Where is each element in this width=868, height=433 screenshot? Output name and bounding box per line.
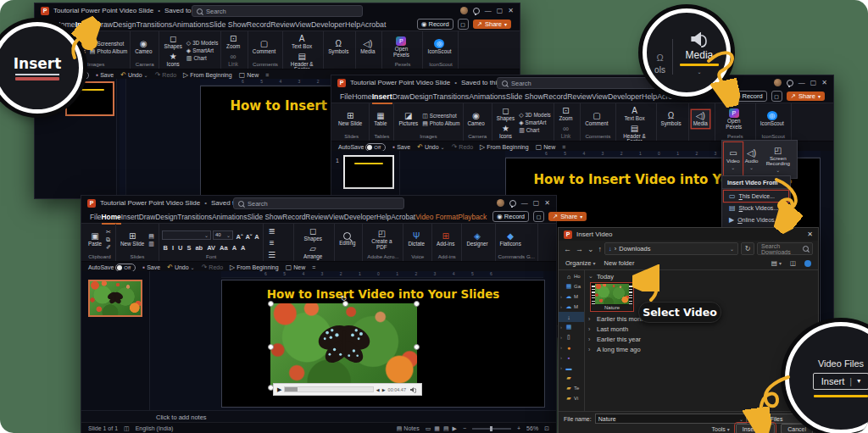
ribbon-button[interactable]: ◁)Media	[692, 110, 709, 128]
menu-tab[interactable]: Animations	[172, 19, 209, 32]
dialog-search-input[interactable]: Search Downloads	[757, 242, 813, 255]
ribbon-button[interactable]: ▣Paste	[86, 230, 103, 248]
ribbon-button[interactable]: ▦Table	[372, 110, 388, 128]
record-button[interactable]: ◉Record	[731, 91, 767, 102]
slide-canvas[interactable]: How to Insert Video into Your Slides ↻	[221, 280, 545, 408]
menu-tab[interactable]: File	[90, 212, 102, 225]
search-input[interactable]: Search	[233, 197, 404, 209]
play-button[interactable]: ▶	[277, 386, 281, 393]
menu-tab[interactable]: Playback	[458, 212, 487, 225]
search-input[interactable]: Search	[497, 77, 668, 89]
undo-button[interactable]: ↶Undo⌄	[167, 264, 194, 271]
ribbon-button[interactable]: ΩSymbols	[326, 38, 350, 56]
video-object[interactable]: ↻	[270, 303, 417, 388]
font-size-select[interactable]: 40⌄	[213, 230, 233, 240]
menu-item[interactable]: ▭This Device...	[724, 191, 788, 202]
save-button[interactable]: ▪Save	[392, 143, 410, 151]
menu-tab[interactable]: Review	[567, 92, 592, 104]
from-beginning-button[interactable]: ▷From Beginning	[230, 264, 279, 271]
view-mode-button[interactable]: ▤ ▾	[771, 259, 782, 267]
format-button[interactable]: ab	[194, 244, 204, 252]
insert-button[interactable]: Insert|▾	[736, 424, 775, 433]
font-size-button[interactable]: Aˆ	[235, 233, 244, 241]
minimize-button[interactable]: —	[798, 79, 805, 86]
format-button[interactable]: Aa	[219, 244, 230, 252]
lightbulb-icon[interactable]	[473, 8, 480, 14]
menu-tab[interactable]: File	[340, 92, 352, 104]
group-header[interactable]: ›A long time ago	[588, 344, 815, 354]
ribbon-button[interactable]: ◁)Media	[359, 38, 376, 56]
move-forward-button[interactable]: ▶	[382, 387, 386, 392]
menu-item[interactable]: ▶Online Videos...	[724, 214, 788, 225]
menu-tab[interactable]: Record	[247, 19, 270, 32]
menu-tab[interactable]: Record	[282, 212, 305, 225]
qat-customize[interactable]: =	[562, 144, 565, 150]
format-button[interactable]: I	[170, 244, 175, 252]
ribbon-button[interactable]: ∞Link	[224, 51, 242, 69]
menu-tab[interactable]: Developer	[344, 212, 376, 225]
menu-tab[interactable]: Review	[305, 212, 328, 225]
video-file-nature[interactable]: Nature	[590, 282, 634, 312]
ribbon-button[interactable]: AText Box	[286, 33, 318, 51]
redo-button[interactable]: ↷Redo	[155, 71, 176, 79]
ribbon-button[interactable]: ☰	[266, 249, 277, 261]
slide-thumbnail[interactable]	[88, 280, 142, 317]
maximize-button[interactable]: ▢	[533, 199, 540, 207]
ribbon-small-button[interactable]: ◫Screenshot	[90, 40, 127, 47]
menu-tab[interactable]: Transitions	[177, 212, 212, 225]
ribbon-button[interactable]: ⊞New Slide	[337, 110, 364, 128]
comments-toggle[interactable]: ▢	[533, 211, 544, 222]
cancel-button[interactable]: Cancel	[781, 424, 813, 433]
menu-tab[interactable]: Insert	[121, 212, 139, 225]
menu-tab[interactable]: View	[295, 19, 311, 32]
resize-handle[interactable]	[414, 344, 420, 350]
comments-toggle[interactable]: ▢	[458, 19, 469, 30]
sidebar-item[interactable]: ›▪	[559, 353, 584, 363]
menu-tab[interactable]: Video Format	[415, 212, 458, 225]
ribbon-button[interactable]: ⊡Zoom	[224, 33, 242, 51]
ribbon-button[interactable]: ◉Cameo	[466, 110, 487, 128]
media-dropdown-item[interactable]: ◰Screen Recording⌄	[761, 142, 795, 176]
menu-tab[interactable]: Acrobat	[391, 212, 415, 225]
zoom-level[interactable]: 56%	[526, 425, 538, 431]
tools-menu[interactable]: Tools ▾	[712, 426, 730, 432]
preview-pane-button[interactable]: ◫	[790, 259, 796, 267]
ribbon-button[interactable]: ▢Comment	[583, 110, 609, 128]
ribbon-button[interactable]: ◉Cameo	[133, 38, 153, 56]
ribbon-button[interactable]: ▤Header & Footer	[286, 51, 318, 69]
help-icon[interactable]	[804, 260, 811, 267]
redo-button[interactable]: ↷Redo	[202, 264, 223, 271]
avatar[interactable]	[460, 7, 468, 14]
forward-icon[interactable]: →	[576, 245, 583, 253]
font-size-button[interactable]: Aˇ	[244, 233, 253, 241]
move-back-button[interactable]: ◀	[376, 387, 380, 392]
ribbon-button[interactable]: ⊞Add-ins	[435, 230, 456, 248]
menu-tab[interactable]: Animations	[212, 212, 247, 225]
sidebar-item[interactable]: ›▯	[559, 332, 584, 342]
share-button[interactable]: ↗Share▾	[548, 212, 587, 221]
sidebar-item[interactable]: ›☁M	[559, 302, 584, 312]
ribbon-small-button[interactable]: ▥Chart	[519, 127, 551, 134]
undo-button[interactable]: ↶Undo⌄	[417, 143, 444, 151]
ribbon-button[interactable]: ▤Header & Footer	[619, 123, 651, 142]
format-button[interactable]: AV	[206, 244, 217, 252]
zoom-in-button[interactable]: +	[517, 425, 520, 431]
minimize-button[interactable]: —	[521, 199, 528, 207]
notes-pane[interactable]: Click to add notes	[81, 410, 556, 423]
ribbon-small-button[interactable]: ▥	[148, 240, 156, 247]
refresh-button[interactable]: ↻	[741, 242, 754, 255]
menu-tab[interactable]: View	[592, 92, 608, 104]
ribbon-button[interactable]: ΨDictate	[406, 230, 426, 248]
slide-sorter-icon[interactable]: ▦	[434, 425, 440, 432]
new-button[interactable]: ▢New	[536, 143, 556, 151]
ribbon-button[interactable]: ◆Flaticons	[498, 230, 523, 248]
sidebar-item[interactable]: ›☁M	[559, 291, 584, 302]
menu-tab[interactable]: Developer	[311, 19, 345, 32]
ribbon-button[interactable]: ▢Comment	[251, 38, 277, 56]
record-button[interactable]: ◉Record	[492, 211, 529, 222]
resize-handle[interactable]	[342, 301, 348, 307]
sidebar-item[interactable]: ▰	[559, 373, 584, 383]
menu-tab[interactable]: Transitions	[136, 19, 173, 32]
sidebar-item[interactable]: ▦Ga	[559, 281, 584, 291]
menu-tab[interactable]: View	[329, 212, 344, 225]
